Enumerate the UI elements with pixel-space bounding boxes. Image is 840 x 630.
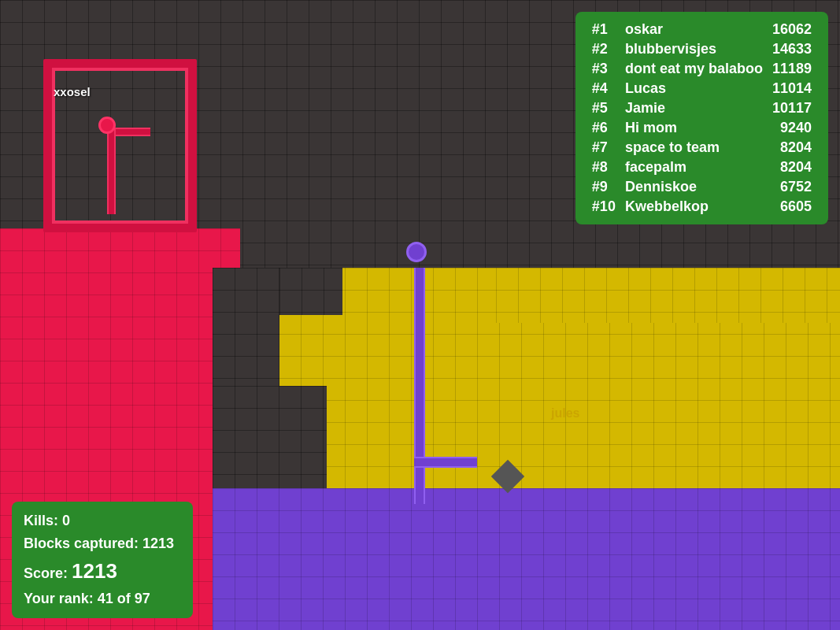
player-dot-red bbox=[98, 117, 116, 134]
rank-cell: #6 bbox=[587, 118, 620, 138]
score-cell: 8204 bbox=[768, 158, 816, 177]
score-cell: 8204 bbox=[768, 138, 816, 158]
rank-cell: #10 bbox=[587, 197, 620, 217]
territory-purple bbox=[213, 488, 840, 630]
rank-cell: #7 bbox=[587, 138, 620, 158]
purple-trail-vertical bbox=[414, 268, 425, 504]
name-cell: space to team bbox=[620, 138, 768, 158]
rank-cell: #9 bbox=[587, 177, 620, 197]
score-cell: 14633 bbox=[768, 39, 816, 59]
dark-gap-1 bbox=[213, 268, 279, 386]
kills-stat: Kills: 0 bbox=[24, 510, 181, 532]
blocks-stat: Blocks captured: 1213 bbox=[24, 532, 181, 555]
dark-gap-3 bbox=[279, 268, 342, 315]
leaderboard-row: #8 facepalm 8204 bbox=[587, 158, 816, 177]
leaderboard-row: #7 space to team 8204 bbox=[587, 138, 816, 158]
game-canvas: xxosel jules #1 oskar 16062 #2 blubbervi… bbox=[0, 0, 840, 630]
score-cell: 6605 bbox=[768, 197, 816, 217]
leaderboard-row: #1 oskar 16062 bbox=[587, 20, 816, 39]
leaderboard-row: #2 blubbervisjes 14633 bbox=[587, 39, 816, 59]
dark-gap-2 bbox=[213, 386, 327, 488]
score-cell: 6752 bbox=[768, 177, 816, 197]
score-cell: 16062 bbox=[768, 20, 816, 39]
name-cell: oskar bbox=[620, 20, 768, 39]
name-cell: Hi mom bbox=[620, 118, 768, 138]
leaderboard-row: #5 Jamie 10117 bbox=[587, 98, 816, 118]
name-cell: blubbervisjes bbox=[620, 39, 768, 59]
rank-cell: #5 bbox=[587, 98, 620, 118]
rank-cell: #8 bbox=[587, 158, 620, 177]
rank-cell: #1 bbox=[587, 20, 620, 39]
name-cell: facepalm bbox=[620, 158, 768, 177]
rank-stat: Your rank: 41 of 97 bbox=[24, 587, 181, 610]
leaderboard-table: #1 oskar 16062 #2 blubbervisjes 14633 #3… bbox=[587, 20, 816, 217]
name-cell: Jamie bbox=[620, 98, 768, 118]
name-cell: dont eat my balaboo bbox=[620, 59, 768, 79]
leaderboard-panel: #1 oskar 16062 #2 blubbervisjes 14633 #3… bbox=[575, 12, 828, 224]
leaderboard-row: #3 dont eat my balaboo 11189 bbox=[587, 59, 816, 79]
leaderboard-row: #6 Hi mom 9240 bbox=[587, 118, 816, 138]
rank-cell: #3 bbox=[587, 59, 620, 79]
player-label-yellow: jules bbox=[551, 406, 579, 421]
leaderboard-row: #9 Denniskoe 6752 bbox=[587, 177, 816, 197]
leaderboard-row: #4 Lucas 11014 bbox=[587, 79, 816, 98]
rank-cell: #4 bbox=[587, 79, 620, 98]
territory-yellow-top bbox=[496, 268, 840, 323]
leaderboard-row: #10 Kwebbelkop 6605 bbox=[587, 197, 816, 217]
player-name-red: xxosel bbox=[54, 85, 91, 98]
score-cell: 10117 bbox=[768, 98, 816, 118]
score-cell: 11189 bbox=[768, 59, 816, 79]
stats-box: Kills: 0 Blocks captured: 1213 Score: 12… bbox=[12, 502, 193, 618]
name-cell: Lucas bbox=[620, 79, 768, 98]
player-dot-purple bbox=[406, 242, 427, 262]
red-trail-inner-v bbox=[107, 128, 116, 214]
name-cell: Kwebbelkop bbox=[620, 197, 768, 217]
score-cell: 9240 bbox=[768, 118, 816, 138]
name-cell: Denniskoe bbox=[620, 177, 768, 197]
score-stat: Score: 1213 bbox=[24, 555, 181, 588]
purple-trail-horizontal bbox=[414, 457, 477, 468]
rank-cell: #2 bbox=[587, 39, 620, 59]
score-cell: 11014 bbox=[768, 79, 816, 98]
